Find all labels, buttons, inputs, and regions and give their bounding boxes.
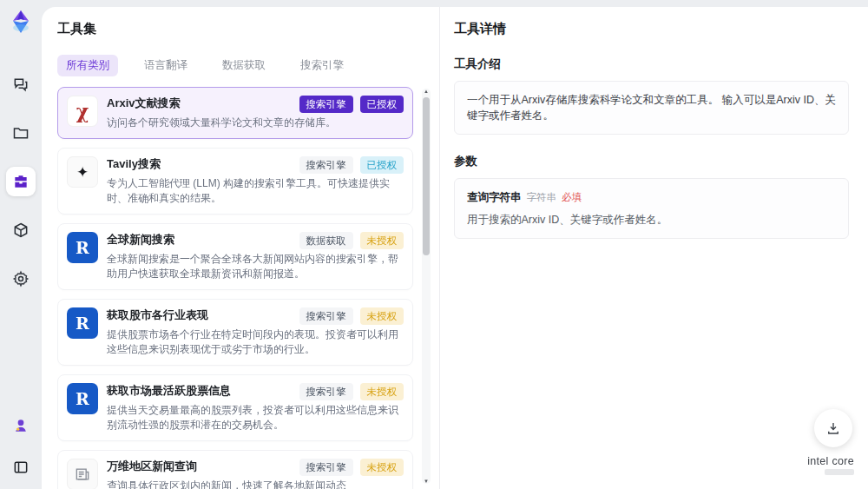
scrollbar-thumb[interactable] [423, 97, 430, 255]
tool-name: Arxiv文献搜索 [107, 96, 181, 111]
tab-search-engine[interactable]: 搜索引擎 [292, 55, 352, 76]
intro-heading: 工具介绍 [454, 56, 849, 72]
tab-language-translation[interactable]: 语言翻译 [135, 55, 196, 76]
chat-icon[interactable] [6, 69, 36, 99]
tool-description: 提供当天交易量最高的股票列表，投资者可以利用这些信息来识别流动性强的股票和潜在的… [107, 403, 404, 433]
category-badge: 搜索引擎 [299, 459, 353, 476]
tool-name: 万维地区新闻查询 [107, 459, 197, 474]
category-badge: 数据获取 [299, 232, 353, 249]
param-required-flag: 必填 [562, 189, 582, 205]
auth-status-badge: 未授权 [360, 232, 404, 249]
tavily-star-icon: ✦ [67, 156, 98, 188]
app-logo-icon[interactable] [8, 9, 34, 35]
news-provider-icon: R [67, 307, 98, 339]
tool-description: 查询具体行政区划内的新闻，快速了解各地新闻动态 [107, 479, 404, 489]
user-avatar-icon[interactable] [6, 411, 36, 440]
intro-text: 一个用于从Arxiv存储库搜索科学论文和文章的工具。 输入可以是Arxiv ID… [454, 81, 849, 135]
param-description: 用于搜索的Arxiv ID、关键字或作者姓名。 [467, 212, 836, 228]
panel-toggle-icon[interactable] [6, 453, 36, 482]
news-provider-icon: R [67, 232, 98, 263]
tool-details-panel: 工具详情 工具介绍 一个用于从Arxiv存储库搜索科学论文和文章的工具。 输入可… [440, 7, 868, 489]
category-badge: 搜索引擎 [299, 156, 353, 174]
scroll-up-icon[interactable]: ▲ [424, 89, 429, 94]
list-scrollbar[interactable]: ▲ ▼ [422, 89, 431, 484]
tool-row-tavily[interactable]: ✦ Tavily搜索 搜索引擎 已授权 专为人工智能代理 (LLM) 构建的搜索… [57, 148, 413, 215]
tool-description: 专为人工智能代理 (LLM) 构建的搜索引擎工具。可快速提供实时、准确和真实的结… [107, 176, 404, 206]
tool-list-panel: 工具集 所有类别 语言翻译 数据获取 搜索引擎 χ Arxiv文献搜索 搜索引擎… [42, 7, 439, 489]
tool-row-most-active-stocks[interactable]: R 获取市场最活跃股票信息 搜索引擎 未授权 提供当天交易量最高的股票列表，投资… [57, 374, 413, 441]
download-button[interactable] [814, 409, 852, 447]
details-title: 工具详情 [454, 21, 849, 37]
tool-list: χ Arxiv文献搜索 搜索引擎 已授权 访问各个研究领域大量科学论文和文章的存… [57, 87, 436, 489]
category-badge: 搜索引擎 [299, 96, 353, 113]
tool-row-global-news[interactable]: R 全球新闻搜索 数据获取 未授权 全球新闻搜索是一个聚合全球各大新闻网站内容的… [57, 223, 413, 290]
auth-status-badge: 已授权 [360, 96, 404, 113]
page-title: 工具集 [57, 21, 436, 37]
left-rail [0, 0, 42, 489]
params-heading: 参数 [454, 154, 849, 169]
auth-status-badge: 未授权 [360, 383, 404, 400]
auth-status-badge: 未授权 [360, 459, 404, 476]
intel-core-label: intel core [807, 455, 854, 467]
download-icon [825, 420, 841, 436]
scroll-down-icon[interactable]: ▼ [424, 479, 429, 484]
tool-name: Tavily搜索 [107, 156, 161, 172]
parameter-card: 查询字符串 字符串 必填 用于搜索的Arxiv ID、关键字或作者姓名。 [454, 178, 849, 239]
auth-status-badge: 已授权 [360, 156, 404, 174]
news-provider-icon: R [67, 383, 98, 414]
arxiv-logo-icon: χ [67, 96, 98, 127]
param-name: 查询字符串 [467, 189, 522, 205]
tool-description: 全球新闻搜索是一个聚合全球各大新闻网站内容的搜索引擎，帮助用户快速获取全球最新资… [107, 252, 404, 281]
tool-name: 全球新闻搜索 [107, 232, 174, 248]
tool-name: 获取市场最活跃股票信息 [107, 383, 231, 399]
auth-status-badge: 未授权 [360, 307, 404, 325]
intel-core-badge: intel core [807, 455, 854, 475]
category-badge: 搜索引擎 [299, 383, 353, 400]
tool-description: 提供股票市场各个行业在特定时间段内的表现。投资者可以利用这些信息来识别表现优于或… [107, 327, 404, 357]
tool-row-regional-news[interactable]: 万维地区新闻查询 搜索引擎 未授权 查询具体行政区划内的新闻，快速了解各地新闻动… [57, 450, 413, 489]
main-panel: 工具集 所有类别 语言翻译 数据获取 搜索引擎 χ Arxiv文献搜索 搜索引擎… [42, 7, 868, 489]
toolbox-icon[interactable] [6, 167, 36, 196]
tool-row-arxiv[interactable]: χ Arxiv文献搜索 搜索引擎 已授权 访问各个研究领域大量科学论文和文章的存… [57, 87, 413, 139]
tool-name: 获取股市各行业表现 [107, 307, 208, 323]
tab-all-categories[interactable]: 所有类别 [57, 55, 118, 76]
tool-row-sector-performance[interactable]: R 获取股市各行业表现 搜索引擎 未授权 提供股票市场各个行业在特定时间段内的表… [57, 299, 413, 366]
category-badge: 搜索引擎 [299, 307, 353, 325]
newspaper-icon [67, 459, 98, 489]
intel-ultra-bar [825, 469, 854, 475]
folder-icon[interactable] [6, 118, 36, 148]
cube-icon[interactable] [6, 215, 36, 245]
param-type: 字符串 [527, 189, 557, 205]
tool-description: 访问各个研究领域大量科学论文和文章的存储库。 [107, 116, 404, 130]
settings-gear-icon[interactable] [6, 264, 36, 294]
category-tabs: 所有类别 语言翻译 数据获取 搜索引擎 [57, 55, 436, 76]
tab-data-fetch[interactable]: 数据获取 [214, 55, 274, 76]
